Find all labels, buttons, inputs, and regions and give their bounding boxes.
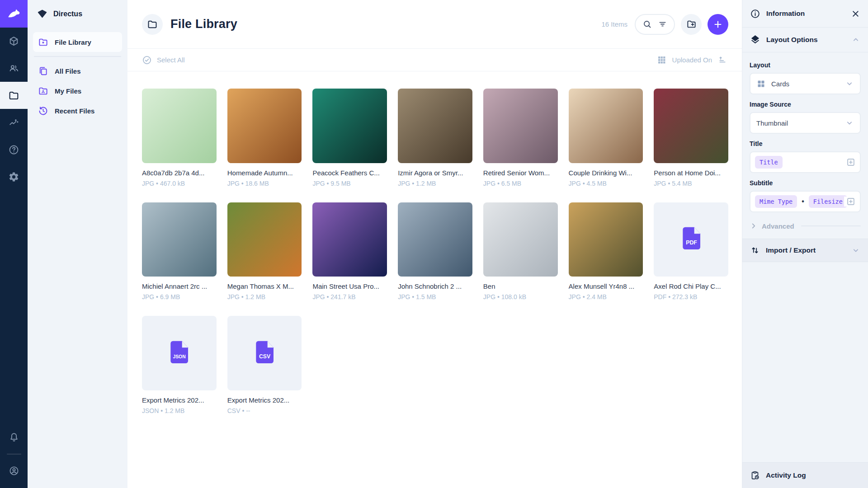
file-card[interactable]: Person at Home Doi... JPG • 5.4 MB <box>654 89 728 187</box>
sidebar-item-recent-files[interactable]: Recent Files <box>33 101 122 121</box>
file-card[interactable]: Main Street Usa Pro... JPG • 241.7 kB <box>312 202 387 301</box>
module-users-icon[interactable] <box>0 55 28 82</box>
file-card[interactable]: CSV Export Metrics 202... CSV • -- <box>227 316 302 414</box>
page-folder-icon <box>142 14 163 35</box>
layout-options-title: Layout Options <box>766 36 818 44</box>
file-card[interactable]: John Schnobrich 2 ... JPG • 1.5 MB <box>398 202 472 301</box>
module-insights-icon[interactable] <box>0 109 28 136</box>
file-card[interactable]: Homemade Autumn... JPG • 18.6 MB <box>227 89 302 187</box>
file-title: Export Metrics 202... <box>142 396 217 404</box>
file-card[interactable]: Retired Senior Wom... JPG • 6.5 MB <box>483 89 558 187</box>
file-thumbnail <box>483 89 558 163</box>
filter-icon[interactable] <box>658 19 667 29</box>
subtitle-template-input[interactable]: Mime Type • Filesize <box>750 191 861 212</box>
cards-layout-icon <box>756 79 766 89</box>
app-root: Directus File Library All F <box>0 0 868 488</box>
file-title: A8c0a7db 2b7a 4d... <box>142 169 217 177</box>
user-avatar[interactable] <box>0 457 28 484</box>
clipboard-clock-icon <box>750 470 760 480</box>
chip-separator: • <box>802 197 804 206</box>
file-thumbnail <box>654 89 728 163</box>
page-title: File Library <box>170 17 237 31</box>
file-title: John Schnobrich 2 ... <box>398 282 472 290</box>
file-meta: JPG • 9.5 MB <box>312 180 387 187</box>
svg-text:CSV: CSV <box>259 353 271 359</box>
file-card[interactable]: Michiel Annaert 2rc ... JPG • 6.9 MB <box>142 202 217 301</box>
module-files-icon[interactable] <box>0 82 28 109</box>
title-chip[interactable]: Title <box>755 156 783 169</box>
create-folder-button[interactable] <box>681 14 702 35</box>
file-card[interactable]: PDF Axel Rod Chi Play C... PDF • 272.3 k… <box>654 202 728 301</box>
title-template-input[interactable]: Title <box>750 151 861 173</box>
file-card[interactable]: Izmir Agora or Smyr... JPG • 1.2 MB <box>398 89 472 187</box>
file-title: Alex Munsell Yr4n8 ... <box>569 282 643 290</box>
module-bar <box>0 0 28 488</box>
layout-options-body: Layout Cards Image Source Thumbnail <box>742 52 868 239</box>
file-title: Ben <box>483 282 558 290</box>
file-title: Megan Thomas X M... <box>227 282 302 290</box>
layers-icon <box>750 35 760 45</box>
mime-type-chip[interactable]: Mime Type <box>755 195 797 208</box>
file-card[interactable]: Peacock Feathers C... JPG • 9.5 MB <box>312 89 387 187</box>
file-thumbnail <box>483 202 558 277</box>
file-thumbnail: CSV <box>227 316 302 390</box>
project-switcher[interactable]: Directus <box>28 0 127 28</box>
directus-logo-icon[interactable] <box>0 0 28 28</box>
file-title: Main Street Usa Pro... <box>312 282 387 290</box>
file-card[interactable]: Alex Munsell Yr4n8 ... JPG • 2.4 MB <box>569 202 643 301</box>
sidebar-nav: File Library All Files My File <box>28 28 127 125</box>
image-source-select[interactable]: Thumbnail <box>750 112 861 134</box>
add-file-button[interactable] <box>708 14 728 35</box>
activity-log-button[interactable]: Activity Log <box>742 462 868 488</box>
file-thumbnail <box>398 202 472 277</box>
image-source-field-label: Image Source <box>750 101 861 108</box>
layout-grid-icon[interactable] <box>657 55 666 65</box>
import-export-label: Import / Export <box>766 246 816 254</box>
close-icon[interactable] <box>851 9 860 19</box>
module-settings-icon[interactable] <box>0 163 28 190</box>
sidebar-item-all-files[interactable]: All Files <box>33 61 122 81</box>
filesize-chip[interactable]: Filesize <box>809 195 847 208</box>
module-docs-icon[interactable] <box>0 136 28 163</box>
sidebar-divider <box>34 56 121 57</box>
folder-plus-icon <box>686 19 697 29</box>
sidebar-item-label: File Library <box>55 38 91 46</box>
sidebar-item-file-library[interactable]: File Library <box>33 32 122 52</box>
file-meta: JPG • 18.6 MB <box>227 180 302 187</box>
notifications-bell-icon[interactable] <box>0 424 28 451</box>
file-thumbnail <box>142 202 217 277</box>
file-card[interactable]: Ben JPG • 108.0 kB <box>483 202 558 301</box>
file-thumbnail <box>142 89 217 163</box>
file-type-icon: CSV <box>250 338 279 369</box>
layout-options-section[interactable]: Layout Options <box>742 27 868 52</box>
file-title: Axel Rod Chi Play C... <box>654 282 728 290</box>
select-all-button[interactable]: Select All <box>142 55 185 65</box>
file-card[interactable]: A8c0a7db 2b7a 4d... JPG • 467.0 kB <box>142 89 217 187</box>
sort-field-button[interactable]: Uploaded On <box>672 56 712 64</box>
file-card[interactable]: Megan Thomas X M... JPG • 1.2 MB <box>227 202 302 301</box>
search-icon[interactable] <box>642 19 652 29</box>
folder-star-icon <box>38 37 48 47</box>
folder-person-icon <box>38 86 48 96</box>
file-meta: JPG • 4.5 MB <box>569 180 643 187</box>
file-card[interactable]: Couple Drinking Wi... JPG • 4.5 MB <box>569 89 643 187</box>
search-input[interactable] <box>635 14 675 35</box>
import-export-section[interactable]: Import / Export <box>742 239 868 262</box>
file-card[interactable]: JSON Export Metrics 202... JSON • 1.2 MB <box>142 316 217 414</box>
main-content: File Library 16 Items <box>127 0 742 488</box>
file-meta: JPG • 1.2 MB <box>227 293 302 300</box>
add-field-icon[interactable] <box>844 197 856 206</box>
file-meta: JPG • 5.4 MB <box>654 180 728 187</box>
layout-select[interactable]: Cards <box>750 73 861 94</box>
advanced-toggle[interactable]: Advanced <box>750 222 861 230</box>
file-title: Couple Drinking Wi... <box>569 169 643 177</box>
copy-icon <box>38 66 48 76</box>
sidebar-item-my-files[interactable]: My Files <box>33 81 122 101</box>
sort-direction-icon[interactable] <box>718 55 727 65</box>
sidebar-item-label: All Files <box>55 67 81 75</box>
advanced-label: Advanced <box>762 222 794 230</box>
check-circle-icon <box>142 55 152 65</box>
module-content-icon[interactable] <box>0 28 28 55</box>
add-field-icon[interactable] <box>844 157 856 167</box>
file-thumbnail <box>227 89 302 163</box>
